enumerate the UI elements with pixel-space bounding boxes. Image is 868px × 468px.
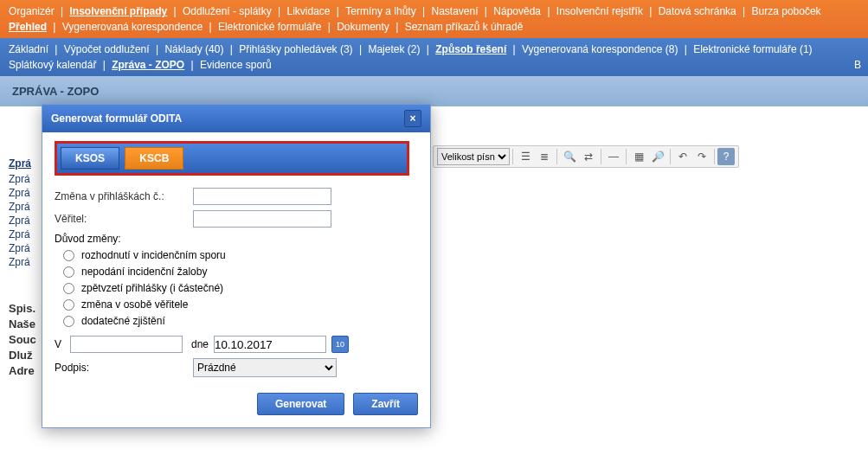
nav-item[interactable]: Elektronické formuláře [218, 21, 321, 33]
tab-kscb[interactable]: KSCB [125, 147, 183, 170]
detail-label: Dluž [9, 348, 36, 363]
nav-item[interactable]: Vygenerovaná korespondence [62, 21, 203, 33]
nav-blue-tail: B [854, 57, 861, 73]
nav-sep: | [482, 5, 491, 17]
reason-radio[interactable] [63, 316, 74, 327]
reason-label-text: rozhodnutí v incidenčním sporu [81, 249, 226, 261]
reason-label-text: nepodání incidenční žaloby [81, 266, 207, 278]
nav-sep: | [357, 43, 365, 55]
side-report-item[interactable]: Zprá [9, 241, 31, 255]
nav-sep: | [100, 59, 108, 71]
nav-item[interactable]: Přehled [9, 21, 47, 33]
row-creditor: Věřitel: [55, 210, 418, 228]
toolbar-sep [601, 149, 601, 164]
input-change-number[interactable] [193, 188, 331, 205]
nav-orange-row1: Organizér | Insolvenční případy | Oddluž… [7, 3, 861, 19]
nav-item[interactable]: Náklady (40) [164, 43, 223, 55]
side-report-item[interactable]: Zprá [9, 255, 31, 269]
detail-label: Spis. [9, 301, 36, 317]
redo-icon[interactable]: ↷ [693, 148, 710, 165]
input-creditor[interactable] [193, 210, 331, 228]
nav-sep: | [393, 21, 402, 33]
nav-item[interactable]: Elektronické formuláře (1) [693, 43, 812, 55]
label-creditor: Věřitel: [55, 213, 193, 225]
replace-icon[interactable]: ⇄ [580, 148, 597, 165]
reason-radio-group: rozhodnutí v incidenčním sporunepodání i… [55, 249, 418, 327]
font-size-select[interactable]: Velikost písn [437, 148, 510, 165]
nav-item[interactable]: Zpráva - ZOPO [112, 59, 184, 71]
nav-item[interactable]: Likvidace [287, 5, 331, 17]
nav-item[interactable]: Výpočet oddlužení [64, 43, 150, 55]
nav-item[interactable]: Termíny a lhůty [345, 5, 415, 17]
editor-toolbar-wrap: Velikost písn ☰ ≣ 🔍 ⇄ — ▦ 🔎 ↶ ↷ ? [433, 145, 739, 168]
nav-sep: | [170, 5, 179, 17]
hr-icon[interactable]: — [605, 148, 622, 165]
tab-ksos[interactable]: KSOS [61, 147, 119, 170]
reason-option: rozhodnutí v incidenčním sporu [63, 249, 418, 261]
nav-item[interactable]: Dokumenty [337, 21, 389, 33]
undo-icon[interactable]: ↶ [674, 148, 691, 165]
reason-radio[interactable] [63, 299, 74, 311]
nav-item[interactable]: Nápověda [493, 5, 541, 17]
nav-sep: | [188, 59, 196, 71]
modal-close-action-button[interactable]: Zavřít [353, 393, 418, 415]
reason-radio[interactable] [63, 250, 74, 261]
row-place-date: V dne 10 [55, 336, 418, 353]
nav-item[interactable]: Vygenerovaná korespondence (8) [522, 43, 678, 55]
modal-title-text: Generovat formulář ODITA [51, 112, 182, 125]
modal-generate-button[interactable]: Generovat [257, 393, 344, 415]
ordered-list-icon[interactable]: ☰ [517, 148, 534, 165]
nav-sep: | [275, 5, 284, 17]
nav-item[interactable]: Datová schránka [659, 5, 736, 17]
modal-close-button[interactable]: × [404, 110, 421, 127]
modal-tab-bar: KSOS KSCB [55, 141, 409, 176]
nav-sep: | [227, 43, 235, 55]
nav-sep: | [206, 21, 215, 33]
nav-item[interactable]: Insolvenční rejstřík [556, 5, 643, 17]
nav-blue-row2: Splátkový kalendář | Zpráva - ZOPO | Evi… [7, 57, 861, 73]
side-report-header[interactable]: Zprá [9, 157, 31, 170]
toolbar-sep [626, 149, 627, 164]
reason-radio[interactable] [63, 283, 74, 294]
zoom-icon[interactable]: 🔎 [649, 148, 666, 165]
nav-item[interactable]: Majetek (2) [368, 43, 420, 55]
nav-blue-row1: Základní | Výpočet oddlužení | Náklady (… [7, 42, 861, 57]
nav-orange: Organizér | Insolvenční případy | Oddluž… [0, 0, 868, 38]
nav-item[interactable]: Burza poboček [752, 5, 821, 17]
reason-radio[interactable] [63, 266, 74, 278]
image-icon[interactable]: ▦ [630, 148, 647, 165]
side-report-item[interactable]: Zprá [9, 200, 31, 214]
nav-item[interactable]: Insolvenční případy [69, 5, 167, 17]
nav-item[interactable]: Evidence sporů [200, 59, 272, 71]
input-place[interactable] [70, 336, 183, 353]
toolbar-sep [512, 149, 513, 164]
select-signature[interactable]: Prázdné [193, 358, 337, 377]
nav-item[interactable]: Oddlužení - splátky [183, 5, 272, 17]
toolbar-sep [556, 149, 557, 164]
find-icon[interactable]: 🔍 [561, 148, 578, 165]
label-signature: Podpis: [55, 362, 193, 374]
input-date[interactable] [214, 336, 326, 353]
modal-body: KSOS KSCB Změna v přihláškách č.: Věřite… [42, 132, 430, 427]
help-icon[interactable]: ? [717, 148, 735, 165]
nav-sep: | [510, 43, 518, 55]
calendar-icon[interactable]: 10 [331, 336, 349, 353]
nav-sep: | [58, 5, 67, 17]
label-change-number: Změna v přihláškách č.: [55, 190, 193, 202]
side-report-item[interactable]: Zprá [9, 172, 31, 186]
nav-item[interactable]: Splátkový kalendář [9, 59, 96, 71]
nav-sep: | [544, 5, 553, 17]
nav-item[interactable]: Organizér [9, 5, 55, 17]
unordered-list-icon[interactable]: ≣ [536, 148, 553, 165]
nav-item[interactable]: Způsob řešení [435, 43, 506, 55]
nav-item[interactable]: Seznam příkazů k úhradě [405, 21, 524, 33]
nav-item[interactable]: Nastavení [432, 5, 479, 17]
row-signature: Podpis: Prázdné [55, 358, 418, 377]
side-report-item[interactable]: Zprá [9, 214, 31, 228]
page-title: ZPRÁVA - ZOPO [0, 76, 868, 106]
side-report-item[interactable]: Zprá [9, 228, 31, 241]
nav-item[interactable]: Přihlášky pohledávek (3) [239, 43, 352, 55]
nav-sep: | [681, 43, 690, 55]
nav-item[interactable]: Základní [9, 43, 48, 55]
side-report-item[interactable]: Zprá [9, 186, 31, 200]
